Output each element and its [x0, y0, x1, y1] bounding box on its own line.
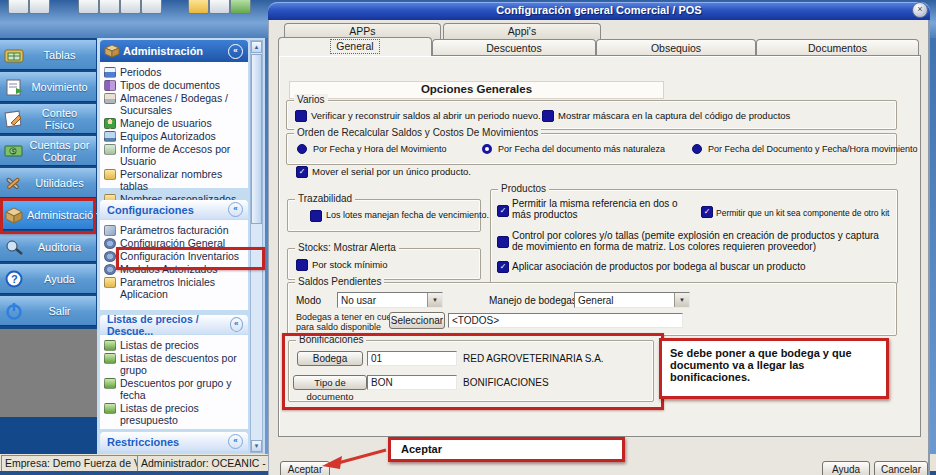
radio-fecha-hora-movimiento[interactable]	[297, 144, 307, 154]
nav-item-listas-descuentos-grupo[interactable]: Listas de descuentos por grupo	[104, 352, 246, 376]
sidebar-item-conteo-fisico[interactable]: Conteo Físico	[0, 104, 96, 134]
checkbox-mostrar-mascara[interactable]	[542, 110, 554, 122]
scroll-up-icon[interactable]: ▲	[251, 41, 262, 53]
tab-obsequios[interactable]: Obsequios	[596, 39, 756, 56]
radio-label: Por Fecha del Documento y Fecha/Hora mov…	[708, 144, 918, 154]
tab-documentos[interactable]: Documentos	[756, 39, 919, 56]
group-bonificaciones: Bonificaciones Bodega 01 RED AGROVETERIN…	[288, 340, 654, 402]
nav-item-descuentos-grupo-fecha[interactable]: Descuentos por grupo y fecha	[104, 377, 246, 401]
checkbox-asociacion-bodega[interactable]	[497, 261, 509, 273]
nav-item-modulos-autorizados[interactable]: Modulos Autorizados	[104, 263, 246, 275]
collapse-chevron-icon[interactable]: «	[228, 44, 243, 59]
sidebar-item-label: Ayuda	[27, 273, 96, 285]
seleccionar-button[interactable]: Seleccionar	[389, 312, 445, 329]
checkbox-lotes-vencimiento[interactable]	[310, 210, 322, 222]
sidebar-item-auditoria[interactable]: Auditoria	[0, 232, 96, 262]
checkbox-misma-referencia[interactable]	[497, 205, 509, 217]
toolbar-icon[interactable]	[230, 0, 251, 14]
utilities-icon	[1, 171, 27, 195]
close-icon[interactable]: ×	[912, 2, 928, 18]
nav-item-listas-precios-presupuesto[interactable]: Listas de precios presupuesto	[104, 402, 246, 426]
box-icon	[101, 39, 123, 63]
nav-item-configuracion-general[interactable]: Configuración General	[104, 237, 246, 249]
checkbox-control-colores[interactable]	[497, 236, 509, 248]
toolbar-icon[interactable]	[99, 0, 120, 14]
nav-item-equipos-autorizados[interactable]: Equipos Autorizados	[104, 130, 246, 142]
users-icon	[104, 118, 116, 129]
toolbar-icon[interactable]	[29, 0, 50, 14]
sidebar-item-tablas[interactable]: Tablas	[0, 40, 96, 70]
checkbox-label: Aplicar asociación de productos por bode…	[512, 261, 806, 272]
toolbar-icon[interactable]	[120, 0, 141, 14]
nav-section-administracion-header[interactable]: Administración «	[100, 40, 248, 62]
collapse-chevron-icon[interactable]: «	[228, 202, 243, 217]
manejo-bodegas-dropdown[interactable]: General ▼	[574, 292, 690, 308]
access-report-icon	[104, 144, 116, 155]
checkbox-label: Por stock mínimio	[312, 259, 388, 270]
nav-scrollbar[interactable]: ▲ ▼	[250, 40, 263, 453]
nav-item-manejo-usuarios[interactable]: Manejo de usuarios	[104, 117, 246, 129]
nav-section-configuraciones-header[interactable]: Configuraciones «	[100, 200, 248, 219]
nav-section-restricciones-header[interactable]: Restricciones «	[100, 432, 248, 451]
scroll-down-icon[interactable]: ▼	[251, 440, 262, 452]
tipo-documento-button[interactable]: Tipo de documento	[293, 375, 367, 390]
sidebar-item-movimiento[interactable]: Movimiento	[0, 72, 96, 102]
radio-fecha-documento-naturaleza[interactable]	[482, 144, 492, 154]
ayuda-button[interactable]: Ayuda	[822, 461, 870, 475]
nav-item-personalizar-nombres[interactable]: Personalizar nombres tablas	[104, 168, 246, 192]
nav-item-informe-accesos[interactable]: Informe de Accesos por Usuario	[104, 143, 246, 167]
sidebar-item-utilidades[interactable]: Utilidades	[0, 168, 96, 198]
tab-general[interactable]: General	[278, 37, 432, 56]
nav-item-tipos-documentos[interactable]: Tipos de documentos	[104, 79, 246, 91]
toolbar-icon[interactable]	[209, 0, 230, 14]
svg-text:?: ?	[11, 273, 18, 285]
collapse-chevron-icon[interactable]: «	[228, 434, 243, 449]
checkbox-label: Control por colores y/o tallas (pemite e…	[512, 230, 890, 252]
checkbox-mover-serial[interactable]	[296, 166, 308, 178]
modules-icon	[104, 264, 116, 275]
nav-item-configuracion-inventarios[interactable]: Configuración Inventarios	[104, 250, 246, 262]
nav-item-almacenes[interactable]: Almacenes / Bodegas / Sucursales	[104, 92, 246, 116]
bodegas-cuenta-label: Bodegas a tener en cuentapara saldo disp…	[296, 312, 404, 332]
radio-fecha-documento-fechahora[interactable]	[692, 144, 702, 154]
bodega-code-input[interactable]: 01	[367, 351, 457, 366]
nav-item-parametros-iniciales[interactable]: Parametros Iniciales Aplicacion	[104, 276, 246, 300]
nav-section-title: Administración	[123, 45, 203, 57]
nav-item-periodos[interactable]: Periodos	[104, 66, 246, 78]
bodega-button[interactable]: Bodega	[297, 351, 363, 366]
radio-label: Por Fecha y Hora del Movimiento	[313, 144, 447, 154]
tipo-documento-code-input[interactable]: BON	[367, 375, 457, 390]
sidebar-item-label: Tablas	[27, 49, 96, 61]
toolbar-icon[interactable]	[8, 0, 29, 14]
sidebar-item-cuentas-por-cobrar[interactable]: $ Cuentas por Cobrar	[0, 136, 96, 166]
nav-section-listas-header[interactable]: Listas de precios / Descue... «	[100, 315, 248, 334]
sidebar-item-administracion[interactable]: Administración	[0, 200, 96, 230]
page-title: Opciones Generales	[289, 81, 664, 99]
scrollbar-thumb[interactable]	[251, 54, 262, 224]
toolbar-icon[interactable]	[78, 0, 99, 14]
toolbar-folder-icon[interactable]	[188, 0, 209, 14]
sidebar-item-label: Cuentas por Cobrar	[27, 139, 96, 163]
cancelar-button[interactable]: Cancelar	[874, 461, 928, 475]
annotation-arrow-icon	[308, 440, 398, 475]
radio-label: Por Fecha del documento más naturaleza	[498, 144, 665, 154]
sidebar-item-ayuda[interactable]: ? Ayuda	[0, 264, 96, 294]
checkbox-stock-minimo[interactable]	[296, 259, 308, 271]
nav-item-parametros-facturacion[interactable]: Parámetros facturación	[104, 224, 246, 236]
dialog-titlebar: Configuración general Comercial / POS	[268, 2, 930, 20]
dropdown-arrow-icon[interactable]: ▼	[674, 293, 689, 307]
checkbox-verificar-saldos[interactable]	[295, 110, 307, 122]
bodega-name: RED AGROVETERINARIA S.A.	[463, 353, 604, 364]
tab-descuentos[interactable]: Descuentos	[432, 39, 596, 56]
tab-appis[interactable]: Appi's	[443, 23, 601, 39]
collapse-chevron-icon[interactable]: «	[230, 317, 243, 332]
nav-item-listas-precios[interactable]: Listas de precios	[104, 339, 246, 351]
checkbox-kit-componente[interactable]	[701, 206, 713, 218]
dropdown-arrow-icon[interactable]: ▼	[427, 293, 442, 307]
modo-dropdown[interactable]: No usar ▼	[337, 292, 443, 308]
toolbar-icon[interactable]	[141, 0, 162, 14]
checkbox-label: Permitir que un kit sea componente de ot…	[716, 208, 889, 218]
sidebar-item-salir[interactable]: Salir	[0, 296, 96, 326]
bodegas-input[interactable]: <TODOS>	[448, 313, 683, 328]
accounts-receivable-icon: $	[1, 139, 27, 163]
